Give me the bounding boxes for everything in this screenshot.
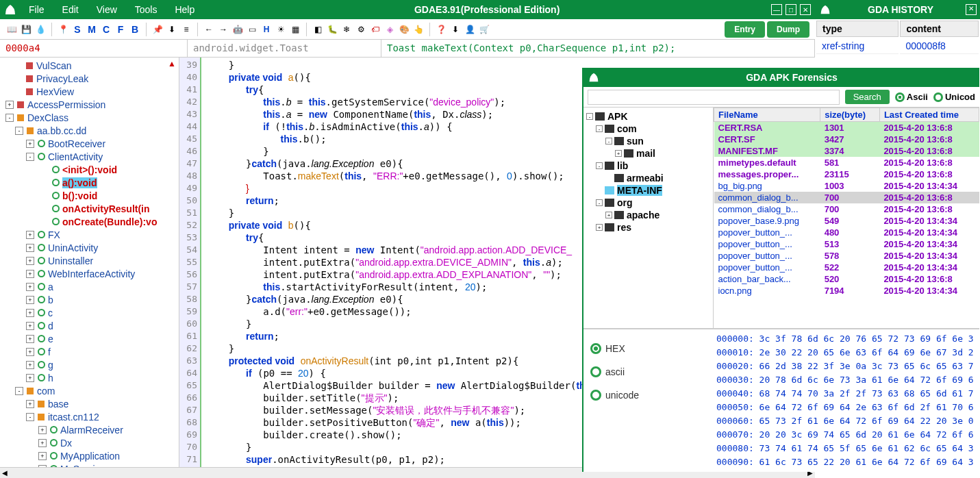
file-row[interactable]: messages.proper...231152015-4-20 13:6:8 [714,168,979,180]
file-row[interactable]: common_dialog_b...7002015-4-20 13:6:8 [714,203,979,215]
entry-button[interactable]: Entry [725,21,765,38]
menu-tools[interactable]: Tools [127,1,166,18]
apk-tree-item[interactable]: armeabi [586,172,710,184]
tree-item[interactable]: +d [0,319,179,332]
apk-tree[interactable]: -APK-com-sun+mail-libarmeabiMETA-INF-org… [583,108,714,328]
tree-item[interactable]: +c [0,306,179,319]
tree-item[interactable]: -ClientActivity [0,150,179,163]
apk-tree-item[interactable]: +apache [586,209,710,221]
toolbar-M[interactable]: M [86,24,98,35]
file-row[interactable]: popover_button_...5132015-4-20 13:4:34 [714,238,979,250]
pin-icon[interactable]: 📌 [151,23,164,36]
apk-tree-item[interactable]: +mail [586,147,710,160]
tree-item[interactable]: -itcast.cn112 [0,410,179,423]
tree-item[interactable]: +BootReceiver [0,137,179,150]
sun-icon[interactable]: ☀ [275,23,287,36]
toolbar-S[interactable]: S [71,24,84,35]
forensics-search-button[interactable]: Search [845,90,890,104]
code-icon[interactable]: ≡ [180,23,192,36]
file-row[interactable]: popover_base.9.png5492015-4-20 13:4:34 [714,215,979,227]
finger-icon[interactable]: 👆 [412,23,425,36]
dump-button[interactable]: Dump [767,21,809,38]
window-icon[interactable]: ▭ [246,23,258,36]
menu-help[interactable]: Help [166,1,203,18]
hex-opt-ascii[interactable]: ascii [590,366,707,377]
forensics-search-input[interactable] [588,90,840,105]
android-icon[interactable]: 🤖 [231,23,244,36]
tree-item[interactable]: VulScan [0,59,179,72]
grid-icon[interactable]: ▦ [289,23,301,36]
drop-icon[interactable]: 💧 [34,23,47,36]
toolbar-B[interactable]: B [129,24,141,35]
save-icon[interactable]: 💾 [20,23,32,36]
download-icon[interactable]: ⬇ [166,23,178,36]
gear-icon[interactable]: ⚙ [355,23,367,36]
tree-item[interactable]: onCreate(Bundle):vo [0,215,179,228]
file-table[interactable]: FileNamesize(byte)Last Created timeCERT.… [714,108,979,328]
file-row[interactable]: MANIFEST.MF33742015-4-20 13:6:8 [714,145,979,157]
tag-icon[interactable]: 🏷 [369,23,381,36]
tree-item[interactable]: +a [0,280,179,293]
file-row[interactable]: bg_big.png10032015-4-20 13:4:34 [714,180,979,192]
file-row[interactable]: mimetypes.default5812015-4-20 13:6:8 [714,157,979,168]
ascii-radio[interactable]: Ascii [895,92,928,102]
down-icon[interactable]: ⬇ [449,23,462,36]
file-row[interactable]: CERT.RSA13012015-4-20 13:6:8 [714,122,979,134]
tree-item[interactable]: +g [0,358,179,371]
tree-item[interactable]: +UninActivity [0,241,179,254]
unicode-radio[interactable]: Unicod [933,92,975,102]
tree-item[interactable]: +Uninstaller [0,254,179,267]
menu-file[interactable]: File [21,1,53,18]
apk-tree-item[interactable]: -com [586,123,710,135]
tree-item[interactable]: +AlarmReceiver [0,423,179,436]
tree-item[interactable]: +f [0,345,179,358]
tree-item[interactable]: +e [0,332,179,345]
tree-item[interactable]: PrivacyLeak [0,72,179,85]
tree-item[interactable]: +base [0,397,179,410]
file-row[interactable]: popover_button_...5222015-4-20 13:4:34 [714,262,979,273]
diamond-icon[interactable]: ◈ [384,23,396,36]
tree-scroll-up[interactable]: ▲ [168,59,176,68]
file-row[interactable]: common_dialog_b...7002015-4-20 13:6:8 [714,192,979,203]
tree-item[interactable]: <init>():void [0,163,179,176]
tree-item[interactable]: +b [0,293,179,306]
tree-item[interactable]: +MyApplication [0,449,179,462]
maximize-icon[interactable]: □ [786,4,796,15]
tree-item[interactable]: +WebInterfaceActivity [0,267,179,280]
apk-tree-item[interactable]: -org [586,197,710,209]
class-tree[interactable]: VulScanPrivacyLeakHexView+AccessPermissi… [0,58,179,467]
bug-icon[interactable]: 🐛 [326,23,338,36]
hex-opt-HEX[interactable]: HEX [590,343,707,354]
file-row[interactable]: CERT.SF34272015-4-20 13:6:8 [714,134,979,145]
menu-view[interactable]: View [88,1,125,18]
minimize-icon[interactable]: — [771,4,782,15]
tree-item[interactable]: a():void [0,176,179,189]
apk-tree-item[interactable]: -sun [586,135,710,147]
xml-icon[interactable]: ◧ [312,23,324,36]
book-icon[interactable]: 📖 [5,23,18,36]
toolbar-F[interactable]: F [114,24,127,35]
apk-tree-item[interactable]: META-INF [586,184,710,197]
file-row[interactable]: action_bar_back...5202015-4-20 13:6:8 [714,273,979,285]
cart-icon[interactable]: 🛒 [478,23,490,36]
hex-opt-unicode[interactable]: unicode [590,390,707,401]
tree-item[interactable]: +h [0,371,179,384]
tree-item[interactable]: onActivityResult(in [0,202,179,215]
forward-icon[interactable]: → [217,23,229,36]
person-icon[interactable]: 👤 [464,23,476,36]
file-row[interactable]: iocn.png71942015-4-20 13:4:34 [714,285,979,297]
hex-options[interactable]: HEXasciiunicode [583,329,714,472]
apk-tree-item[interactable]: +res [586,221,710,234]
history-close-icon[interactable]: ✕ [966,4,977,15]
marker-icon[interactable]: 📍 [57,23,69,36]
tree-item[interactable]: -aa.bb.cc.dd [0,124,179,137]
apk-tree-item[interactable]: -APK [586,110,710,123]
back-icon[interactable]: ← [203,23,215,36]
tree-item[interactable]: +MyService [0,462,179,467]
tree-item[interactable]: -DexClass [0,111,179,124]
tree-item[interactable]: +AccessPermission [0,98,179,111]
close-icon[interactable]: ✕ [800,4,811,15]
file-row[interactable]: popover_button_...4802015-4-20 13:4:34 [714,227,979,238]
tree-item[interactable]: -com [0,384,179,397]
apk-tree-item[interactable]: -lib [586,160,710,172]
